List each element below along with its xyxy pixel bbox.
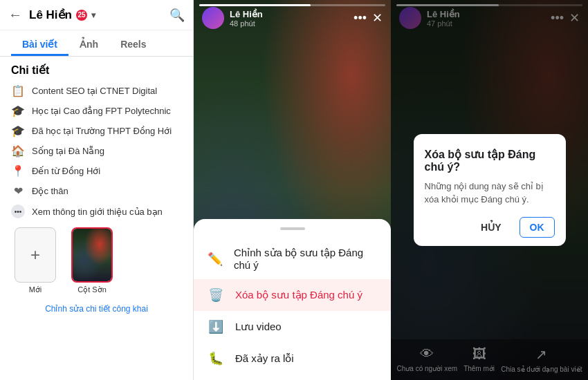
new-circle-icon: + [15,227,56,283]
status-text: Độc thân [32,186,68,196]
new-saved-item[interactable]: + Mới [11,227,59,294]
sheet-item-error[interactable]: 🐛 Đã xảy ra lỗi [194,343,391,374]
saved-section: + Mới Cột Sờn [0,222,193,300]
see-more-intro[interactable]: ••• Xem thông tin giới thiệu của bạn [0,201,193,222]
story-header: Lê Hiền 48 phút ••• ✕ [194,0,391,36]
section-title-details: Chi tiết [0,57,193,81]
modal-overlay: Xóa bộ sưu tập Đáng chú ý? Những nội dun… [391,0,588,380]
sheet-error-label: Đã xảy ra lỗi [235,352,294,365]
see-more-icon: ••• [11,205,25,218]
work-icon: 📋 [11,84,25,97]
error-icon: 🐛 [208,351,224,366]
modal-ok-button[interactable]: OK [520,217,555,238]
saved-thumb-item[interactable]: Cột Sờn [68,227,116,294]
location-icon: 📍 [11,164,25,178]
story-avatar [202,7,224,29]
delete-icon: 🗑️ [208,287,224,303]
detail-status: ❤ Độc thân [0,181,193,201]
modal-body: Những nội dung này sẽ chỉ bị xóa khỏi mụ… [425,180,555,205]
edit-icon: ✏️ [208,251,223,267]
right-panel: Lê Hiền 47 phút ••• ✕ Xóa bộ sưu tập Đán… [391,0,588,380]
highschool-text: Đã học tại Trường THPT Đồng Hới [32,126,172,136]
thumbnail-bg [73,229,111,281]
story-user-name: Lê Hiền [230,9,348,19]
edit-public-details-link[interactable]: Chỉnh sửa chi tiết công khai [0,300,193,318]
bottom-sheet: ✏️ Chỉnh sửa bộ sưu tập Đáng chú ý 🗑️ Xó… [194,219,391,380]
home-icon: 🏠 [11,144,25,158]
sheet-handle [280,227,305,230]
chevron-down-icon[interactable]: ▾ [91,10,95,20]
tab-reels[interactable]: Reels [109,33,157,56]
modal-title: Xóa bộ sưu tập Đáng chú ý? [425,148,555,173]
story-user-info: Lê Hiền 48 phút [230,9,348,28]
search-button[interactable]: 🔍 [169,8,185,23]
sheet-delete-label: Xóa bộ sưu tập Đáng chú ý [235,289,362,301]
modal-cancel-button[interactable]: HỦY [471,217,511,238]
lives-in-text: Sống tại Đà Nẵng [32,146,104,156]
story-close-button[interactable]: ✕ [372,10,383,26]
new-label: Mới [29,285,42,294]
detail-lives-in: 🏠 Sống tại Đà Nẵng [0,141,193,161]
thumb-label: Cột Sờn [77,285,107,294]
detail-work: 📋 Content SEO tại CTNET Digital [0,81,193,101]
sheet-item-delete[interactable]: 🗑️ Xóa bộ sưu tập Đáng chú ý [194,279,391,311]
modal-actions: HỦY OK [425,217,555,238]
delete-collection-modal: Xóa bộ sưu tập Đáng chú ý? Những nội dun… [414,134,566,245]
see-more-text: Xem thông tin giới thiệu của bạn [32,207,163,217]
profile-name-header: Lê Hiền 25 ▾ [29,8,169,22]
left-panel: ← Lê Hiền 25 ▾ 🔍 Bài viết Ảnh Reels Chi … [0,0,194,380]
sheet-save-label: Lưu video [235,321,282,333]
saved-thumbnail [71,227,113,283]
tab-posts[interactable]: Bài viết [11,33,68,56]
profile-tabs: Bài viết Ảnh Reels [0,33,193,57]
story-menu-button[interactable]: ••• [353,11,367,26]
college-icon: 🎓 [11,104,25,117]
heart-icon: ❤ [11,184,25,198]
sheet-item-edit[interactable]: ✏️ Chỉnh sửa bộ sưu tập Đáng chú ý [194,238,391,279]
back-button[interactable]: ← [8,7,22,23]
profile-name-text: Lê Hiền [29,8,72,22]
highschool-icon: 🎓 [11,124,25,137]
college-text: Học tại Cao đẳng FPT Polytechnic [32,106,171,116]
save-video-icon: ⬇️ [208,319,224,334]
sheet-edit-label: Chỉnh sửa bộ sưu tập Đáng chú ý [234,247,377,271]
notification-badge: 25 [76,10,87,21]
sheet-item-save-video[interactable]: ⬇️ Lưu video [194,311,391,343]
left-header: ← Lê Hiền 25 ▾ 🔍 [0,0,193,30]
work-text: Content SEO tại CTNET Digital [32,86,157,96]
detail-college: 🎓 Học tại Cao đẳng FPT Polytechnic [0,101,193,121]
detail-from: 📍 Đến từ Đồng Hới [0,161,193,181]
from-text: Đến từ Đồng Hới [32,166,100,176]
middle-panel: Lê Hiền 48 phút ••• ✕ ✏️ Chỉnh sửa bộ sư… [194,0,391,380]
detail-highschool: 🎓 Đã học tại Trường THPT Đồng Hới [0,121,193,141]
story-time: 48 phút [230,19,348,28]
tab-photos[interactable]: Ảnh [68,33,109,56]
